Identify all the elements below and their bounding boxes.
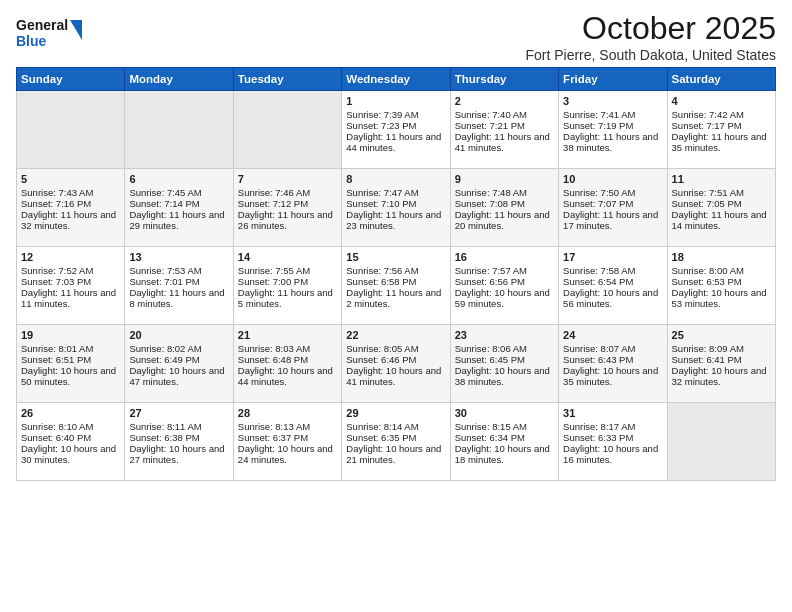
sunset-text: Sunset: 6:40 PM xyxy=(21,432,91,443)
sunset-text: Sunset: 6:37 PM xyxy=(238,432,308,443)
sunset-text: Sunset: 7:16 PM xyxy=(21,198,91,209)
calendar-cell: 21Sunrise: 8:03 AMSunset: 6:48 PMDayligh… xyxy=(233,325,341,403)
calendar-cell: 11Sunrise: 7:51 AMSunset: 7:05 PMDayligh… xyxy=(667,169,775,247)
calendar-body: 1Sunrise: 7:39 AMSunset: 7:23 PMDaylight… xyxy=(17,91,776,481)
daylight-text: Daylight: 11 hours and 20 minutes. xyxy=(455,209,550,231)
sunset-text: Sunset: 6:56 PM xyxy=(455,276,525,287)
daylight-text: Daylight: 11 hours and 14 minutes. xyxy=(672,209,767,231)
sunset-text: Sunset: 6:58 PM xyxy=(346,276,416,287)
daylight-text: Daylight: 11 hours and 5 minutes. xyxy=(238,287,333,309)
daylight-text: Daylight: 10 hours and 56 minutes. xyxy=(563,287,658,309)
sunrise-text: Sunrise: 8:06 AM xyxy=(455,343,527,354)
calendar-week-3: 12Sunrise: 7:52 AMSunset: 7:03 PMDayligh… xyxy=(17,247,776,325)
day-number: 24 xyxy=(563,329,662,341)
calendar-cell: 3Sunrise: 7:41 AMSunset: 7:19 PMDaylight… xyxy=(559,91,667,169)
day-number: 22 xyxy=(346,329,445,341)
sunset-text: Sunset: 6:41 PM xyxy=(672,354,742,365)
day-number: 20 xyxy=(129,329,228,341)
sunrise-text: Sunrise: 7:50 AM xyxy=(563,187,635,198)
sunset-text: Sunset: 7:21 PM xyxy=(455,120,525,131)
calendar-cell: 8Sunrise: 7:47 AMSunset: 7:10 PMDaylight… xyxy=(342,169,450,247)
calendar-week-4: 19Sunrise: 8:01 AMSunset: 6:51 PMDayligh… xyxy=(17,325,776,403)
sunset-text: Sunset: 7:03 PM xyxy=(21,276,91,287)
day-number: 25 xyxy=(672,329,771,341)
day-number: 10 xyxy=(563,173,662,185)
calendar-cell: 24Sunrise: 8:07 AMSunset: 6:43 PMDayligh… xyxy=(559,325,667,403)
calendar-week-5: 26Sunrise: 8:10 AMSunset: 6:40 PMDayligh… xyxy=(17,403,776,481)
calendar-cell: 20Sunrise: 8:02 AMSunset: 6:49 PMDayligh… xyxy=(125,325,233,403)
title-block: October 2025 Fort Pierre, South Dakota, … xyxy=(525,10,776,63)
daylight-text: Daylight: 10 hours and 24 minutes. xyxy=(238,443,333,465)
daylight-text: Daylight: 11 hours and 32 minutes. xyxy=(21,209,116,231)
sunrise-text: Sunrise: 8:09 AM xyxy=(672,343,744,354)
sunrise-text: Sunrise: 8:00 AM xyxy=(672,265,744,276)
sunrise-text: Sunrise: 8:15 AM xyxy=(455,421,527,432)
location: Fort Pierre, South Dakota, United States xyxy=(525,47,776,63)
calendar-cell: 5Sunrise: 7:43 AMSunset: 7:16 PMDaylight… xyxy=(17,169,125,247)
calendar-cell: 12Sunrise: 7:52 AMSunset: 7:03 PMDayligh… xyxy=(17,247,125,325)
main-container: General Blue October 2025 Fort Pierre, S… xyxy=(0,0,792,489)
sunrise-text: Sunrise: 7:53 AM xyxy=(129,265,201,276)
calendar-cell: 10Sunrise: 7:50 AMSunset: 7:07 PMDayligh… xyxy=(559,169,667,247)
weekday-tuesday: Tuesday xyxy=(233,68,341,91)
weekday-saturday: Saturday xyxy=(667,68,775,91)
sunrise-text: Sunrise: 8:11 AM xyxy=(129,421,201,432)
calendar-cell: 2Sunrise: 7:40 AMSunset: 7:21 PMDaylight… xyxy=(450,91,558,169)
day-number: 9 xyxy=(455,173,554,185)
day-number: 8 xyxy=(346,173,445,185)
sunrise-text: Sunrise: 8:14 AM xyxy=(346,421,418,432)
sunset-text: Sunset: 7:23 PM xyxy=(346,120,416,131)
calendar-cell: 31Sunrise: 8:17 AMSunset: 6:33 PMDayligh… xyxy=(559,403,667,481)
calendar-cell: 22Sunrise: 8:05 AMSunset: 6:46 PMDayligh… xyxy=(342,325,450,403)
sunset-text: Sunset: 7:01 PM xyxy=(129,276,199,287)
day-number: 2 xyxy=(455,95,554,107)
calendar-cell: 27Sunrise: 8:11 AMSunset: 6:38 PMDayligh… xyxy=(125,403,233,481)
calendar-cell: 13Sunrise: 7:53 AMSunset: 7:01 PMDayligh… xyxy=(125,247,233,325)
sunset-text: Sunset: 6:48 PM xyxy=(238,354,308,365)
daylight-text: Daylight: 10 hours and 32 minutes. xyxy=(672,365,767,387)
daylight-text: Daylight: 10 hours and 27 minutes. xyxy=(129,443,224,465)
sunset-text: Sunset: 7:00 PM xyxy=(238,276,308,287)
sunrise-text: Sunrise: 7:55 AM xyxy=(238,265,310,276)
weekday-wednesday: Wednesday xyxy=(342,68,450,91)
calendar-cell: 19Sunrise: 8:01 AMSunset: 6:51 PMDayligh… xyxy=(17,325,125,403)
daylight-text: Daylight: 11 hours and 29 minutes. xyxy=(129,209,224,231)
day-number: 29 xyxy=(346,407,445,419)
month-title: October 2025 xyxy=(525,10,776,47)
day-number: 27 xyxy=(129,407,228,419)
sunrise-text: Sunrise: 8:05 AM xyxy=(346,343,418,354)
calendar-cell: 26Sunrise: 8:10 AMSunset: 6:40 PMDayligh… xyxy=(17,403,125,481)
sunrise-text: Sunrise: 7:57 AM xyxy=(455,265,527,276)
daylight-text: Daylight: 10 hours and 38 minutes. xyxy=(455,365,550,387)
calendar-cell: 18Sunrise: 8:00 AMSunset: 6:53 PMDayligh… xyxy=(667,247,775,325)
calendar-week-1: 1Sunrise: 7:39 AMSunset: 7:23 PMDaylight… xyxy=(17,91,776,169)
sunrise-text: Sunrise: 7:42 AM xyxy=(672,109,744,120)
calendar-cell xyxy=(667,403,775,481)
sunset-text: Sunset: 6:33 PM xyxy=(563,432,633,443)
header: General Blue October 2025 Fort Pierre, S… xyxy=(16,10,776,63)
sunset-text: Sunset: 6:51 PM xyxy=(21,354,91,365)
daylight-text: Daylight: 11 hours and 44 minutes. xyxy=(346,131,441,153)
day-number: 4 xyxy=(672,95,771,107)
daylight-text: Daylight: 11 hours and 23 minutes. xyxy=(346,209,441,231)
calendar-cell: 7Sunrise: 7:46 AMSunset: 7:12 PMDaylight… xyxy=(233,169,341,247)
sunrise-text: Sunrise: 7:51 AM xyxy=(672,187,744,198)
calendar-header: Sunday Monday Tuesday Wednesday Thursday… xyxy=(17,68,776,91)
calendar-cell: 14Sunrise: 7:55 AMSunset: 7:00 PMDayligh… xyxy=(233,247,341,325)
calendar-cell: 9Sunrise: 7:48 AMSunset: 7:08 PMDaylight… xyxy=(450,169,558,247)
sunrise-text: Sunrise: 7:40 AM xyxy=(455,109,527,120)
daylight-text: Daylight: 11 hours and 2 minutes. xyxy=(346,287,441,309)
day-number: 13 xyxy=(129,251,228,263)
calendar-week-2: 5Sunrise: 7:43 AMSunset: 7:16 PMDaylight… xyxy=(17,169,776,247)
calendar-cell: 15Sunrise: 7:56 AMSunset: 6:58 PMDayligh… xyxy=(342,247,450,325)
day-number: 28 xyxy=(238,407,337,419)
calendar-cell: 4Sunrise: 7:42 AMSunset: 7:17 PMDaylight… xyxy=(667,91,775,169)
daylight-text: Daylight: 11 hours and 8 minutes. xyxy=(129,287,224,309)
daylight-text: Daylight: 11 hours and 17 minutes. xyxy=(563,209,658,231)
calendar-table: Sunday Monday Tuesday Wednesday Thursday… xyxy=(16,67,776,481)
sunset-text: Sunset: 7:14 PM xyxy=(129,198,199,209)
daylight-text: Daylight: 11 hours and 35 minutes. xyxy=(672,131,767,153)
day-number: 31 xyxy=(563,407,662,419)
sunrise-text: Sunrise: 7:43 AM xyxy=(21,187,93,198)
day-number: 5 xyxy=(21,173,120,185)
